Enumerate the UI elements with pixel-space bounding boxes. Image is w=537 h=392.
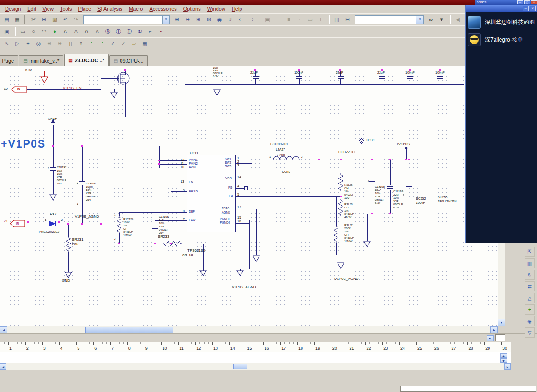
- zoom-sel-icon[interactable]: Z: [108, 39, 118, 48]
- zoom2-out-icon[interactable]: ⊖: [55, 39, 65, 48]
- tab-cpu[interactable]: ▤09.CPU-...: [109, 55, 148, 66]
- stop-icon[interactable]: ▪: [156, 27, 166, 36]
- lower-horizontal-scrollbar[interactable]: ◄ ►: [0, 363, 511, 370]
- select-icon[interactable]: ↖: [2, 39, 12, 48]
- toolbar-combobox[interactable]: ▾: [83, 15, 170, 24]
- scroll-right-icon[interactable]: ►: [504, 363, 511, 370]
- sheet-icon[interactable]: ⊟: [343, 15, 352, 24]
- snap-icon[interactable]: *: [87, 39, 97, 48]
- circled-i-icon[interactable]: Ⓘ: [114, 27, 123, 36]
- marker-icon[interactable]: ▷: [12, 39, 22, 48]
- menu-window[interactable]: Window: [204, 6, 229, 12]
- place-power-icon[interactable]: ⊥: [316, 15, 326, 24]
- menu-macro[interactable]: Macro: [126, 6, 146, 12]
- mirror-a3-icon[interactable]: A: [82, 27, 91, 36]
- add-tool-icon[interactable]: +: [525, 304, 535, 315]
- menu-view[interactable]: View: [39, 6, 57, 12]
- zoom2-in-icon[interactable]: ⊕: [44, 39, 54, 48]
- horizontal-scroll-thumb[interactable]: [85, 327, 173, 333]
- mirror-a2-icon[interactable]: A: [71, 27, 81, 36]
- panel-minimize-icon[interactable]: —: [523, 6, 529, 11]
- place-bus-icon[interactable]: ≡: [284, 15, 294, 24]
- layer-tool-icon[interactable]: ▥: [525, 258, 535, 268]
- back-icon[interactable]: ◀: [453, 15, 463, 24]
- maximize-icon[interactable]: ▢: [524, 0, 530, 4]
- add-icon[interactable]: +: [23, 39, 33, 48]
- circled-v-icon[interactable]: Ⓥ: [103, 27, 113, 36]
- zoom-all-icon[interactable]: ⊠: [204, 15, 214, 24]
- tab-dc-dc[interactable]: ▤23.DC-DC ..*: [64, 54, 109, 66]
- circled-1-icon[interactable]: ①: [135, 27, 145, 36]
- prev-page-icon[interactable]: ⇐: [236, 15, 246, 24]
- menu-place[interactable]: Place: [75, 6, 95, 12]
- place-junction-icon[interactable]: ∙: [295, 15, 304, 24]
- circled-t-icon[interactable]: Ⓣ: [124, 27, 134, 36]
- menu-tools[interactable]: Tools: [57, 6, 75, 12]
- save-icon[interactable]: ▤: [2, 15, 12, 24]
- copy-icon[interactable]: ⊞: [39, 15, 49, 24]
- origin-icon[interactable]: ◎: [34, 39, 43, 48]
- swap-tool-icon[interactable]: ⇄: [525, 281, 535, 291]
- menu-si-analysis[interactable]: SI Analysis: [94, 6, 126, 12]
- place-label-icon[interactable]: ▭: [305, 15, 315, 24]
- place-part-icon[interactable]: ▣: [263, 15, 272, 24]
- mirror-a4-icon[interactable]: A: [92, 27, 102, 36]
- tab-page[interactable]: ▤Page: [0, 55, 18, 66]
- zoom-out-icon[interactable]: ⊖: [183, 15, 193, 24]
- next-page-icon[interactable]: ⇒: [247, 15, 256, 24]
- place-wire-icon[interactable]: ≣: [273, 15, 283, 24]
- chat-item-2[interactable]: 深7allegro-接单: [468, 33, 523, 46]
- rect-tool-icon[interactable]: ▭: [18, 27, 28, 36]
- combo-dropdown-icon[interactable]: ▾: [162, 16, 169, 24]
- scroll-left-icon[interactable]: ◄: [0, 363, 6, 370]
- band-up-icon[interactable]: ▲: [500, 353, 507, 358]
- panel-close-icon[interactable]: ✕: [530, 6, 536, 11]
- annotate-eye-icon[interactable]: ◉: [215, 15, 224, 24]
- block-icon[interactable]: ◫: [332, 15, 342, 24]
- pan-tool-icon[interactable]: ⇱: [525, 247, 535, 257]
- grid-icon[interactable]: ▦: [140, 39, 150, 48]
- print-icon[interactable]: ▦: [12, 15, 22, 24]
- undo-icon[interactable]: ↶: [60, 15, 70, 24]
- menu-accessories[interactable]: Accessories: [146, 6, 180, 12]
- pan-right-icon[interactable]: ►: [487, 335, 494, 341]
- page-icon[interactable]: ▯: [66, 39, 75, 48]
- toolbar-combobox[interactable]: ▾: [355, 15, 424, 24]
- rotate-tool-icon[interactable]: ↻: [525, 270, 535, 280]
- tab-mini-lake[interactable]: ▤mini lake_v..*: [19, 55, 63, 66]
- folder-icon[interactable]: ▱: [129, 39, 139, 48]
- arc-tool-icon[interactable]: ◠: [39, 27, 49, 36]
- down-tool-icon[interactable]: ▽: [525, 327, 535, 338]
- scroll-left-icon[interactable]: ◄: [0, 326, 7, 333]
- record-icon[interactable]: ●: [50, 27, 60, 36]
- scroll-right-icon[interactable]: ►: [490, 326, 498, 333]
- cut-icon[interactable]: ✂: [29, 15, 38, 24]
- target-tool-icon[interactable]: ◉: [525, 316, 535, 326]
- glue-icon[interactable]: *: [97, 39, 107, 48]
- circle-tool-icon[interactable]: ○: [29, 27, 38, 36]
- mirror-a1-icon[interactable]: A: [60, 27, 70, 36]
- net-corner-icon[interactable]: ⌐: [145, 27, 155, 36]
- doc-tab-icon[interactable]: ▣: [2, 27, 12, 36]
- search-dropdown-icon[interactable]: ▾: [437, 15, 446, 24]
- canvas-horizontal-scrollbar[interactable]: ◄ ►: [0, 326, 498, 333]
- redo-icon[interactable]: ↷: [71, 15, 81, 24]
- scroll-down-icon[interactable]: ▼: [498, 319, 505, 326]
- menu-help[interactable]: Help: [229, 6, 246, 12]
- zoom-area-icon[interactable]: ⊞: [193, 15, 203, 24]
- zoom-in-icon[interactable]: ⊕: [172, 15, 182, 24]
- paste-icon[interactable]: ▧: [50, 15, 60, 24]
- chat-item-1[interactable]: 深圳华思创科技的图: [468, 16, 535, 29]
- lower-scroll-thumb[interactable]: [233, 364, 247, 369]
- close-icon[interactable]: ✕: [531, 0, 537, 4]
- filter-icon[interactable]: Y: [76, 39, 86, 48]
- menu-design[interactable]: Design: [2, 6, 24, 12]
- zoom-fit-icon[interactable]: Z: [119, 39, 128, 48]
- up-hierarchy-icon[interactable]: ∪: [225, 15, 235, 24]
- minimize-icon[interactable]: —: [517, 0, 523, 4]
- menu-options[interactable]: Options: [180, 6, 204, 12]
- combo-dropdown-icon[interactable]: ▾: [416, 16, 423, 24]
- up-tool-icon[interactable]: △: [525, 293, 535, 303]
- menu-edit[interactable]: Edit: [24, 6, 39, 12]
- search-icon[interactable]: ∞: [426, 15, 436, 24]
